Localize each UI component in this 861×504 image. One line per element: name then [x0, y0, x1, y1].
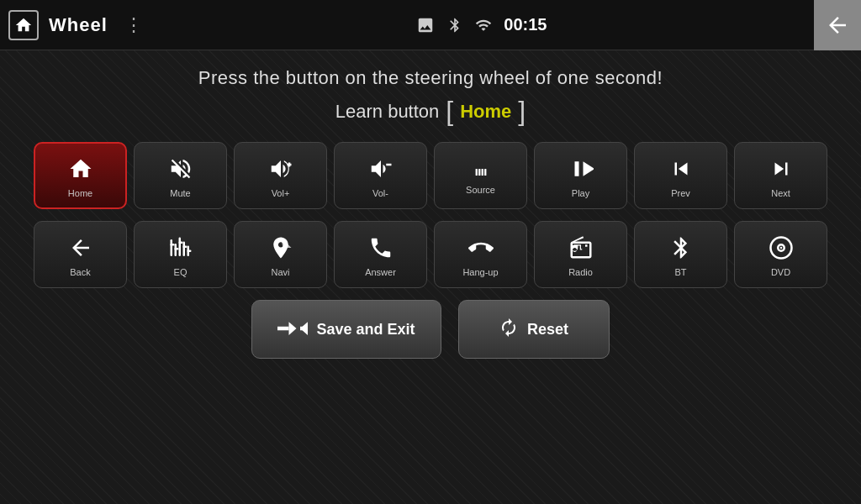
hangup-label: Hang-up: [462, 267, 498, 277]
hangup-button[interactable]: Hang-up: [434, 221, 527, 288]
answer-label: Answer: [365, 267, 396, 277]
source-button[interactable]: Source: [434, 142, 527, 209]
svg-point-19: [779, 247, 782, 249]
play-label: Play: [572, 188, 589, 198]
top-bar: Wheel ⋮ 00:15: [0, 0, 861, 50]
app-title: Wheel: [49, 14, 108, 36]
bluetooth-icon: [446, 17, 463, 34]
radio-button[interactable]: Radio: [534, 221, 627, 288]
navi-label: Navi: [271, 267, 289, 277]
svg-rect-9: [178, 238, 181, 257]
eq-label: EQ: [174, 267, 188, 277]
learn-button-row: Learn button [ Home ]: [17, 96, 844, 127]
mute-button[interactable]: Mute: [134, 142, 227, 209]
next-icon: [769, 156, 794, 185]
instruction-line1: Press the button on the steering wheel o…: [17, 67, 844, 89]
svg-rect-6: [484, 169, 486, 176]
vol-up-icon: [268, 156, 293, 185]
svg-rect-7: [170, 239, 172, 256]
eq-button[interactable]: EQ: [134, 221, 227, 288]
signal-icon: [475, 17, 492, 34]
save-exit-label: Save and Exit: [316, 321, 415, 339]
svg-rect-10: [182, 242, 185, 257]
play-icon: [568, 156, 594, 185]
svg-rect-13: [174, 248, 178, 250]
bracket-right: ]: [518, 96, 526, 127]
vol-down-label: Vol-: [372, 188, 388, 198]
answer-button[interactable]: Answer: [334, 221, 427, 288]
top-bar-left: Wheel ⋮: [8, 10, 150, 40]
svg-rect-12: [170, 244, 174, 246]
vol-down-icon: [368, 156, 394, 185]
eq-icon: [168, 235, 193, 264]
back-label: Back: [70, 267, 90, 277]
learn-button-prefix: Learn button: [335, 101, 440, 123]
source-icon: [468, 160, 494, 181]
svg-rect-5: [481, 169, 483, 176]
vol-up-button[interactable]: Vol+: [234, 142, 327, 209]
prev-icon: [668, 156, 694, 185]
dvd-button[interactable]: DVD: [734, 221, 827, 288]
reset-label: Reset: [527, 321, 568, 339]
hangup-icon: [468, 235, 494, 264]
next-button[interactable]: Next: [734, 142, 827, 209]
next-label: Next: [771, 188, 790, 198]
button-grid-row2: Back EQ: [17, 221, 844, 288]
bt-icon: [668, 235, 694, 264]
svg-marker-20: [289, 322, 297, 335]
home-icon-top[interactable]: [8, 10, 39, 40]
prev-button[interactable]: Prev: [634, 142, 727, 209]
bt-button[interactable]: BT: [634, 221, 727, 288]
play-button[interactable]: Play: [534, 142, 627, 209]
svg-rect-15: [182, 246, 187, 249]
svg-rect-3: [475, 169, 477, 176]
image-icon: [416, 16, 435, 34]
dvd-icon: [769, 235, 794, 264]
reset-button[interactable]: Reset: [458, 300, 610, 359]
radio-label: Radio: [568, 267, 593, 277]
answer-icon: [368, 235, 394, 264]
vol-up-label: Vol+: [272, 188, 290, 198]
home-icon: [68, 156, 93, 185]
radio-icon: [568, 235, 594, 264]
dvd-label: DVD: [771, 267, 790, 277]
svg-rect-14: [178, 242, 182, 244]
bt-label: BT: [674, 267, 686, 277]
bracket-left: [: [446, 96, 453, 127]
top-bar-right: 00:15: [416, 15, 547, 34]
navi-icon: [268, 235, 293, 264]
reset-icon: [499, 318, 519, 342]
source-label: Source: [466, 185, 495, 195]
svg-rect-16: [187, 250, 191, 253]
menu-dots-icon[interactable]: ⋮: [118, 11, 150, 39]
prev-label: Prev: [671, 188, 690, 198]
svg-rect-4: [478, 169, 480, 176]
time-display: 00:15: [504, 15, 547, 34]
mute-icon: [168, 156, 193, 185]
navi-button[interactable]: Navi: [234, 221, 327, 288]
home-label: Home: [68, 188, 92, 198]
home-button[interactable]: Home: [34, 142, 127, 209]
mute-label: Mute: [170, 188, 190, 198]
vol-down-button[interactable]: Vol-: [334, 142, 427, 209]
back-button[interactable]: Back: [34, 221, 127, 288]
main-content: Press the button on the steering wheel o…: [0, 50, 861, 367]
back-button-top[interactable]: [814, 0, 861, 50]
bottom-buttons: Save and Exit Reset: [17, 300, 844, 359]
svg-rect-23: [300, 326, 308, 330]
learn-button-name: Home: [460, 101, 511, 123]
back-icon: [68, 235, 93, 264]
button-grid-row1: Home Mute Vol+: [17, 142, 844, 209]
svg-rect-21: [277, 326, 289, 330]
save-exit-icon: [277, 320, 308, 339]
save-exit-button[interactable]: Save and Exit: [251, 300, 441, 359]
